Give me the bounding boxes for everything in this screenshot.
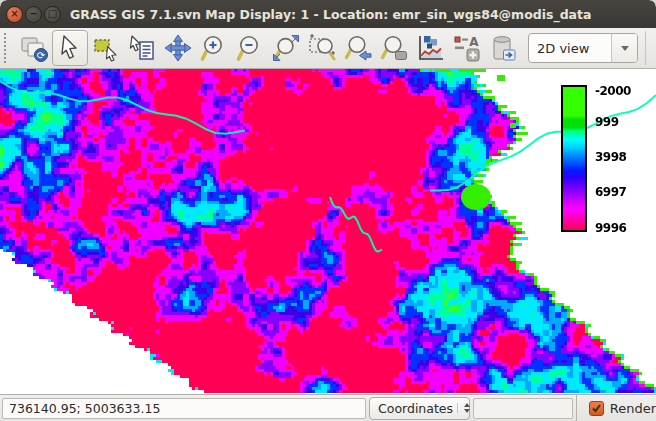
query-icon xyxy=(127,33,157,63)
render-map-button[interactable]: ⟳ xyxy=(16,30,52,66)
window-title: GRASS GIS 7.1.svn Map Display: 1 - Locat… xyxy=(70,7,591,22)
legend-label: 6997 xyxy=(595,186,626,198)
map-toolbar: ⟳ xyxy=(0,28,656,69)
save-display-button[interactable] xyxy=(484,30,520,66)
titlebar[interactable]: × − □ GRASS GIS 7.1.svn Map Display: 1 -… xyxy=(0,0,656,28)
grass-map-display-window: × − □ GRASS GIS 7.1.svn Map Display: 1 -… xyxy=(0,0,656,421)
zoom-back-icon xyxy=(343,33,373,63)
statusbar-mode-value: Coordinates xyxy=(378,401,453,416)
statusbar-panel xyxy=(473,398,573,419)
pointer-button[interactable] xyxy=(52,30,88,66)
render-toggle[interactable]: Render xyxy=(577,401,656,416)
zoom-last-icon xyxy=(271,33,301,63)
chevron-down-icon xyxy=(621,46,629,51)
zoom-in-icon xyxy=(199,33,229,63)
spinner-icon[interactable] xyxy=(457,403,470,413)
toolbar-separator xyxy=(645,31,646,65)
render-checkbox[interactable] xyxy=(589,401,604,416)
query-button[interactable] xyxy=(124,30,160,66)
pan-icon xyxy=(163,33,193,63)
zoom-in-button[interactable] xyxy=(196,30,232,66)
raster-legend: -2000 999 3998 6997 9996 xyxy=(561,85,656,235)
toolbar-grip[interactable] xyxy=(4,33,10,63)
zoom-out-button[interactable] xyxy=(232,30,268,66)
minimize-button[interactable]: − xyxy=(25,6,42,23)
maximize-button[interactable]: □ xyxy=(44,6,61,23)
select-features-button[interactable] xyxy=(88,30,124,66)
view-select[interactable]: 2D view xyxy=(528,33,638,63)
svg-text:A: A xyxy=(469,35,479,49)
add-overlay-button[interactable]: A xyxy=(448,30,484,66)
analyze-icon xyxy=(415,33,445,63)
view-select-value: 2D view xyxy=(529,34,611,62)
window-controls: × − □ xyxy=(0,6,61,23)
zoom-to-map-button[interactable] xyxy=(376,30,412,66)
legend-label: 9996 xyxy=(595,222,626,234)
select-icon xyxy=(91,33,121,63)
view-select-dropdown-button[interactable] xyxy=(611,34,637,62)
map-display[interactable] xyxy=(0,69,656,394)
zoom-last-button[interactable] xyxy=(268,30,304,66)
zoom-region-icon xyxy=(307,33,337,63)
close-button[interactable]: × xyxy=(6,6,23,23)
statusbar: 736140.95; 5003633.15 Coordinates Render xyxy=(0,394,656,421)
legend-label: 3998 xyxy=(595,151,626,163)
legend-label: -2000 xyxy=(595,85,631,97)
maximize-icon: □ xyxy=(48,9,57,19)
svg-text:⟳: ⟳ xyxy=(37,50,46,61)
map-area: -2000 999 3998 6997 9996 xyxy=(0,69,656,394)
pan-button[interactable] xyxy=(160,30,196,66)
legend-label: 999 xyxy=(595,116,619,128)
analyze-button[interactable] xyxy=(412,30,448,66)
zoom-out-icon xyxy=(235,33,265,63)
statusbar-mode-select[interactable]: Coordinates xyxy=(369,397,470,420)
render-label: Render xyxy=(610,401,656,416)
close-icon: × xyxy=(10,9,18,19)
legend-colorbar xyxy=(561,85,587,232)
zoom-region-button[interactable] xyxy=(304,30,340,66)
zoom-back-button[interactable] xyxy=(340,30,376,66)
pointer-icon xyxy=(55,33,85,63)
zoom-to-map-icon xyxy=(379,33,409,63)
checkmark-icon xyxy=(591,403,602,414)
render-map-icon: ⟳ xyxy=(19,33,49,63)
minimize-icon: − xyxy=(29,9,37,19)
save-display-icon xyxy=(487,33,517,63)
coordinates-display: 736140.95; 5003633.15 xyxy=(2,398,366,419)
add-overlay-icon: A xyxy=(451,33,481,63)
